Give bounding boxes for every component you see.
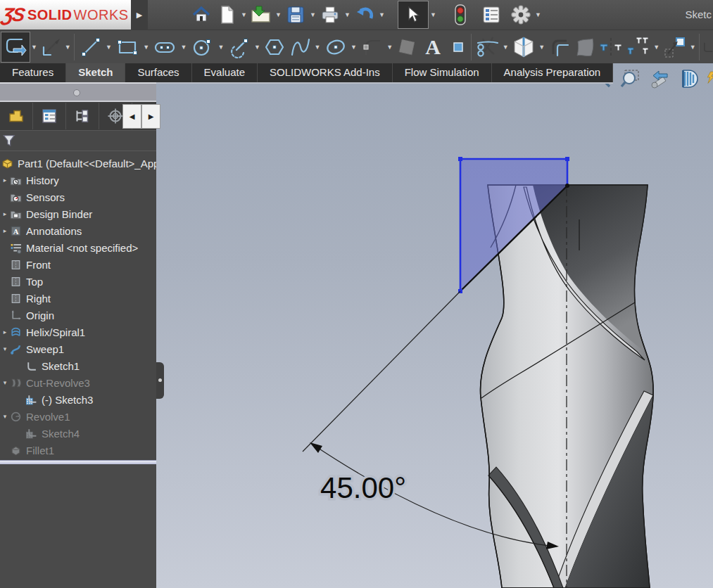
- new-dropdown-caret[interactable]: ▼: [239, 2, 248, 27]
- sketch-vertex[interactable]: [458, 157, 462, 161]
- point-icon[interactable]: [447, 33, 469, 61]
- convert-entities-icon[interactable]: [510, 33, 538, 61]
- tree-item-material[interactable]: Material <not specified>: [0, 239, 156, 256]
- filter-funnel-icon[interactable]: [3, 134, 17, 148]
- save-dropdown-caret[interactable]: ▼: [308, 2, 317, 27]
- angle-dimension-text[interactable]: 45.00°: [320, 471, 406, 504]
- straight-slot-icon[interactable]: [151, 33, 179, 61]
- fillet-caret[interactable]: ▼: [386, 34, 394, 60]
- tree-root-part[interactable]: Part1 (Default<<Default>_App: [0, 155, 156, 172]
- tree-item-annotations[interactable]: ▸ A Annotations: [0, 222, 156, 239]
- propertymanager-tab[interactable]: [33, 103, 66, 129]
- options-list-icon[interactable]: [479, 2, 504, 27]
- print-dropdown-caret[interactable]: ▼: [343, 2, 352, 27]
- featuremanager-tree-tab[interactable]: [0, 103, 33, 129]
- tree-item-history[interactable]: ▸ History: [0, 172, 156, 188]
- sketch-vertex[interactable]: [565, 157, 569, 161]
- undo-icon[interactable]: [352, 2, 377, 27]
- tree-item-helix-spiral1[interactable]: ▸ Helix/Spiral1: [0, 324, 156, 340]
- instant2d-icon[interactable]: [702, 33, 713, 61]
- panel-collapse-handle[interactable]: [156, 362, 164, 399]
- rectangle-caret[interactable]: ▼: [142, 34, 151, 60]
- tab-features[interactable]: Features: [0, 63, 66, 82]
- centerpoint-arc-icon[interactable]: [225, 33, 253, 61]
- tab-surfaces[interactable]: Surfaces: [125, 63, 191, 82]
- save-icon[interactable]: [283, 2, 308, 27]
- tab-analysis-preparation[interactable]: Analysis Preparation: [492, 63, 614, 82]
- tree-item-top-plane[interactable]: Top: [0, 273, 156, 290]
- tab-flow-simulation[interactable]: Flow Simulation: [393, 63, 492, 82]
- tree-item-cut-revolve3[interactable]: ▾ Cut-Revolve3: [0, 374, 156, 391]
- tree-item-design-binder[interactable]: ▸ Design Binder: [0, 205, 156, 222]
- smart-dimension-icon[interactable]: [38, 33, 63, 61]
- offset-entities-icon[interactable]: [546, 33, 573, 61]
- sketch-fillet-icon[interactable]: [358, 33, 386, 61]
- polygon-icon[interactable]: [261, 33, 288, 61]
- scroll-right-icon[interactable]: ▶: [141, 104, 160, 129]
- select-cursor-icon[interactable]: [398, 1, 429, 29]
- exit-sketch-caret[interactable]: ▼: [30, 34, 39, 60]
- tab-addins[interactable]: SOLIDWORKS Add-Ins: [258, 63, 393, 82]
- spline-icon[interactable]: [288, 33, 313, 61]
- print-icon[interactable]: [317, 2, 343, 27]
- move-entities-icon[interactable]: [661, 33, 689, 61]
- mirror-entities-icon[interactable]: [598, 33, 624, 61]
- expand-arrow-icon[interactable]: ▸: [0, 328, 10, 335]
- arc-caret[interactable]: ▼: [253, 34, 262, 60]
- select-dropdown-caret[interactable]: ▼: [429, 2, 438, 27]
- line-icon[interactable]: [77, 33, 105, 61]
- settings-dropdown-caret[interactable]: ▼: [534, 2, 543, 27]
- collapse-arrow-icon[interactable]: ▾: [0, 345, 10, 352]
- tree-item-front-plane[interactable]: Front: [0, 256, 156, 273]
- tree-item-sensors[interactable]: Sensors: [0, 188, 156, 205]
- linear-sketch-pattern-icon[interactable]: [624, 33, 652, 61]
- tree-item-right-plane[interactable]: Right: [0, 290, 156, 307]
- open-icon[interactable]: [248, 2, 274, 27]
- tab-sketch[interactable]: Sketch: [66, 63, 125, 82]
- rebuild-icon[interactable]: [448, 2, 473, 27]
- circle-caret[interactable]: ▼: [217, 34, 225, 60]
- pattern-caret[interactable]: ▼: [652, 34, 661, 60]
- collapse-arrow-icon[interactable]: ▾: [0, 413, 10, 420]
- scroll-left-icon[interactable]: ◀: [122, 104, 141, 129]
- line-caret[interactable]: ▼: [105, 34, 113, 60]
- zoom-to-area-icon[interactable]: [618, 68, 641, 89]
- tree-item-revolve1[interactable]: ▾ Revolve1: [0, 408, 156, 425]
- menu-expand-button[interactable]: ▶: [131, 0, 148, 30]
- corner-rectangle-icon[interactable]: [113, 33, 141, 61]
- open-dropdown-caret[interactable]: ▼: [274, 2, 283, 27]
- convert-caret[interactable]: ▼: [538, 34, 546, 60]
- panel-splitter[interactable]: [0, 82, 156, 102]
- slot-caret[interactable]: ▼: [179, 34, 188, 60]
- surface-icon[interactable]: [572, 33, 598, 61]
- solidworks-logo[interactable]: ƷS SOLID WORKS: [0, 0, 131, 30]
- circle-icon[interactable]: [188, 33, 217, 61]
- previous-view-icon[interactable]: [647, 68, 670, 89]
- tree-item-origin[interactable]: Origin: [0, 307, 156, 324]
- graphics-viewport[interactable]: A: [156, 63, 713, 588]
- view-settings-icon[interactable]: A: [705, 68, 713, 89]
- move-caret[interactable]: ▼: [688, 34, 697, 60]
- expand-arrow-icon[interactable]: ▸: [0, 227, 10, 234]
- tree-item-sketch1[interactable]: Sketch1: [0, 357, 156, 374]
- expand-arrow-icon[interactable]: ▸: [0, 177, 10, 184]
- text-icon[interactable]: A: [419, 33, 448, 61]
- tree-item-fillet1[interactable]: Fillet1: [0, 442, 156, 459]
- home-icon[interactable]: [189, 2, 214, 27]
- mirror-plane-icon[interactable]: [394, 33, 419, 61]
- model-vertex[interactable]: [565, 184, 569, 188]
- ellipse-icon[interactable]: [322, 33, 350, 61]
- expand-arrow-icon[interactable]: ▸: [0, 210, 10, 217]
- configurationmanager-tab[interactable]: [66, 103, 99, 129]
- section-view-icon[interactable]: [676, 68, 699, 89]
- tree-item-sketch4[interactable]: Sketch4: [0, 425, 156, 442]
- trim-caret[interactable]: ▼: [501, 34, 510, 60]
- tree-item-sketch3-active[interactable]: (-) Sketch3: [0, 391, 156, 408]
- trim-entities-icon[interactable]: [474, 33, 502, 61]
- ellipse-caret[interactable]: ▼: [350, 34, 358, 60]
- spline-caret[interactable]: ▼: [313, 34, 322, 60]
- new-document-icon[interactable]: [214, 2, 239, 27]
- tab-evaluate[interactable]: Evaluate: [192, 63, 258, 82]
- smart-dimension-caret[interactable]: ▼: [63, 34, 72, 60]
- tree-item-sweep1[interactable]: ▾ Sweep1: [0, 340, 156, 357]
